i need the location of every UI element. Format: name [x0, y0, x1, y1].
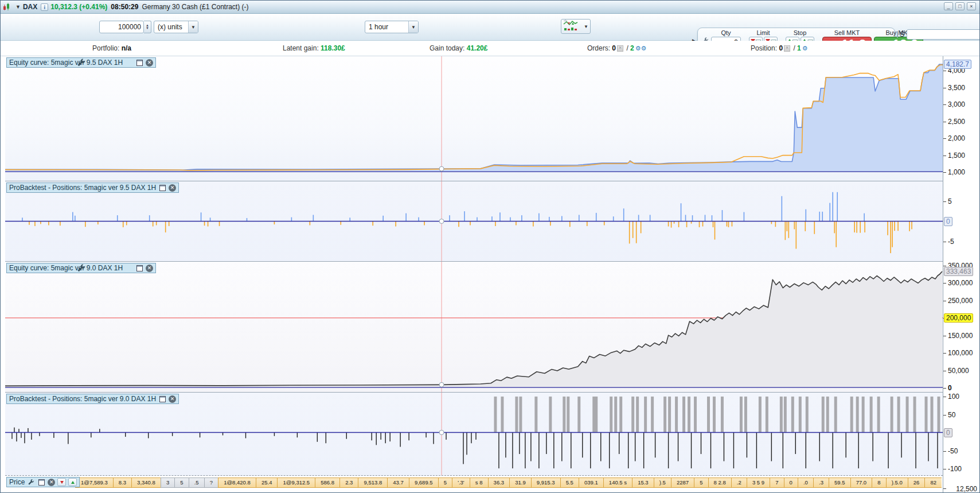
- stop-checkbox[interactable]: [897, 31, 898, 38]
- trade-label-chip: 25.4: [256, 478, 278, 488]
- detach-window-icon[interactable]: [158, 184, 166, 192]
- wrench-icon[interactable]: [125, 59, 133, 67]
- panel-title: ProBacktest - Positions: 5magic ver 9.5 …: [9, 184, 156, 192]
- sell-arrow-icon[interactable]: [57, 478, 66, 486]
- axis-tick-label: 0: [948, 384, 952, 392]
- positions-axis-2[interactable]: 10050-50-1000: [943, 393, 979, 476]
- trade-label-chip: 5.5: [560, 478, 579, 488]
- backtest-chart-button[interactable]: ▼: [561, 19, 591, 34]
- axis-tick: [943, 122, 946, 122]
- trade-label-chip: 5: [694, 478, 708, 488]
- position-status: Position: 0 / 1⚙: [751, 44, 808, 52]
- trade-label-chip: 039.1: [579, 478, 604, 488]
- trade-label-chip: 9,513.8: [358, 478, 388, 488]
- symbol-description: Germany 30 Cash (£1 Contract) (-): [142, 3, 248, 11]
- axis-tick-label: 3,000: [948, 100, 965, 108]
- positions-axis[interactable]: 5-50: [943, 181, 979, 262]
- stop-label: Stop: [794, 29, 807, 37]
- axis-tick-label: 5: [948, 197, 952, 205]
- trade-label-chip: 1@7,589.3: [75, 478, 114, 488]
- quote-time: 08:50:29: [111, 3, 138, 11]
- trade-label-chip: 3 5 9: [747, 478, 770, 488]
- close-icon[interactable]: ✕: [169, 184, 176, 192]
- buy-arrow-icon[interactable]: [68, 478, 77, 486]
- minimize-button[interactable]: _: [944, 2, 953, 10]
- positions-9-0-chart[interactable]: ProBacktest - Positions: 5magic ver 9.0 …: [5, 393, 943, 476]
- position-gear-icon[interactable]: ⚙: [802, 45, 808, 52]
- axis-tick-label: 100: [948, 393, 959, 401]
- panel-header-positions-9-5[interactable]: ProBacktest - Positions: 5magic ver 9.5 …: [6, 183, 179, 193]
- app-window: ▼ DAX i 10,312.3 (+0.41%) 08:50:29 Germa…: [0, 0, 980, 493]
- trade-label-chip: 8.3: [113, 478, 132, 488]
- chevron-down-icon: ▼: [408, 21, 418, 33]
- close-icon[interactable]: ✕: [48, 479, 55, 486]
- price-axis-bottom[interactable]: 12,500: [943, 476, 979, 493]
- axis-tick: [943, 88, 946, 88]
- equity-axis[interactable]: 350,000300,000250,000200,000150,000100,0…: [943, 262, 979, 393]
- price-axis[interactable]: 4,0003,5003,0002,5002,0001,5001,0004,182…: [943, 56, 979, 181]
- panel-header-positions-9-0[interactable]: ProBacktest - Positions: 5magic ver 9.0 …: [6, 394, 179, 404]
- positions-9-5-chart[interactable]: ProBacktest - Positions: 5magic ver 9.5 …: [5, 181, 943, 262]
- portfolio-status: Portfolio: n/a: [92, 44, 131, 52]
- detach-window-icon[interactable]: [158, 395, 166, 403]
- quantity-spinner[interactable]: ▲▼: [144, 21, 151, 33]
- trade-label-chip: 15.3: [632, 478, 654, 488]
- info-icon[interactable]: i: [41, 3, 48, 11]
- trade-label-chip: 3,340.8: [131, 478, 161, 488]
- axis-tick: [943, 71, 946, 71]
- panel-header-equity-9-5[interactable]: Equity curve: 5magic ver 9.5 DAX 1H ✕: [6, 57, 156, 68]
- axis-tick: [943, 469, 946, 469]
- trade-label-chip: .3: [813, 478, 829, 488]
- trade-label-chip: 26: [908, 478, 926, 488]
- equity-9-5-chart[interactable]: Equity curve: 5magic ver 9.5 DAX 1H ✕: [5, 56, 943, 181]
- timeframe-select[interactable]: 1 hour▼: [365, 21, 419, 33]
- axis-tick-label: -50: [948, 447, 958, 455]
- quantity-input[interactable]: [99, 21, 144, 33]
- trade-labels-strip: 1@7,589.38.33,340.835.5?1@8,420.825.41@9…: [75, 478, 942, 488]
- units-select[interactable]: (x) units▼: [154, 21, 198, 33]
- trade-label-chip: .2: [731, 478, 747, 488]
- wrench-icon[interactable]: [27, 479, 35, 486]
- window-controls: _ □ ×: [944, 2, 976, 10]
- sell-mkt-label: Sell MKT: [834, 29, 860, 37]
- trade-label-chip: 9,689.5: [409, 478, 439, 488]
- stop-distance-input[interactable]: [907, 29, 980, 40]
- price-panel-header[interactable]: Price ✕: [6, 477, 80, 487]
- axis-tick-label: 150,000: [948, 332, 973, 340]
- trade-label-chip: ).5.0: [886, 478, 908, 488]
- axis-value-badge: 0: [944, 428, 952, 437]
- equity-9-0-chart[interactable]: Equity curve: 5magic ver 9.0 DAX 1H ✕: [5, 262, 943, 393]
- axis-tick-label: 100,000: [948, 349, 973, 357]
- position-list-icon[interactable]: [784, 45, 790, 52]
- trade-label-chip: 31.9: [509, 478, 532, 488]
- axis-tick: [943, 397, 946, 397]
- backtest-chart-icon: [563, 20, 578, 33]
- limit-label: Limit: [756, 29, 770, 37]
- trade-label-chip: 2287: [671, 478, 694, 488]
- axis-tick: [943, 388, 946, 389]
- panel-title: ProBacktest - Positions: 5magic ver 9.0 …: [9, 395, 156, 403]
- axis-tick-label: 50,000: [948, 367, 969, 375]
- trade-label-chip: 59.5: [829, 478, 851, 488]
- gain-today: Gain today: 41.20£: [430, 44, 487, 52]
- trade-label-chip: 586.8: [315, 478, 340, 488]
- panel-header-equity-9-0[interactable]: Equity curve: 5magic ver 9.0 DAX 1H ✕: [6, 263, 156, 273]
- panel-title: Price: [9, 478, 25, 486]
- axis-tick: [943, 353, 946, 354]
- orders-gear-icon[interactable]: ⚙⚙: [635, 45, 647, 52]
- symbol-dropdown-caret[interactable]: ▼: [15, 4, 21, 10]
- restore-button[interactable]: □: [955, 2, 965, 10]
- axis-tick: [943, 451, 946, 452]
- candlestick-icon: [3, 3, 11, 11]
- axis-tick-label: -100: [948, 465, 962, 473]
- axis-tick: [943, 336, 946, 336]
- close-icon[interactable]: ✕: [169, 395, 176, 403]
- axis-tick-label: 2,000: [948, 134, 965, 142]
- detach-window-icon[interactable]: [37, 479, 45, 486]
- close-button[interactable]: ×: [967, 2, 976, 10]
- title-bar: ▼ DAX i 10,312.3 (+0.41%) 08:50:29 Germa…: [1, 1, 979, 14]
- panel-equity-9-0: Equity curve: 5magic ver 9.0 DAX 1H ✕ 35…: [5, 262, 979, 393]
- wrench-icon[interactable]: [125, 265, 133, 272]
- orders-list-icon[interactable]: [617, 45, 623, 52]
- trade-label-chip: 7: [770, 478, 784, 488]
